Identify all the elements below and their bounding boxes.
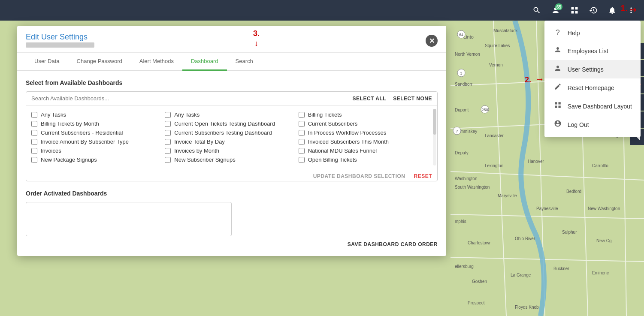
checkbox-invoices[interactable]: Invoices (31, 147, 165, 154)
update-dashboard-button[interactable]: UPDATE DASHBOARD SELECTION (313, 173, 405, 179)
more-nav-button[interactable] (623, 3, 639, 18)
svg-text:3: 3 (460, 71, 462, 75)
modal-body: Select from Available Dashboards SELECT … (17, 71, 446, 256)
svg-text:Buckner: Buckner (553, 266, 569, 271)
svg-text:Dupont: Dupont (455, 108, 469, 112)
svg-text:Eminenc: Eminenc (592, 271, 609, 275)
checkbox-current-open-tickets-input[interactable] (165, 121, 171, 127)
bell-nav-button[interactable] (605, 3, 620, 18)
dashboards-section-title: Select from Available Dashboards (26, 79, 438, 86)
dropdown-reset-homepage[interactable]: Reset Homepage (544, 78, 641, 97)
dropdown-logout[interactable]: Log Out (544, 115, 641, 134)
checkbox-invoices-by-month[interactable]: Invoices by Month (165, 147, 298, 154)
checkbox-national-mdu-input[interactable] (299, 148, 305, 154)
checkbox-new-package-signups[interactable]: New Package Signups (31, 156, 165, 163)
checkbox-current-subscribers-input[interactable] (299, 121, 305, 127)
checkbox-invoices-input[interactable] (31, 148, 37, 154)
checkbox-open-billing-tickets-input[interactable] (299, 157, 305, 163)
tab-change-password[interactable]: Change Password (68, 53, 131, 71)
checkbox-any-tasks-2-input[interactable] (165, 112, 171, 118)
checkbox-invoice-total-day[interactable]: Invoice Total By Day (165, 138, 298, 145)
svg-text:Bedford: Bedford (566, 189, 581, 194)
checkbox-billing-tickets[interactable]: Billing Tickets (299, 111, 432, 118)
tab-search[interactable]: Search (227, 53, 262, 71)
order-section: Order Activated Dashboards SAVE DASHBOAR… (26, 190, 438, 247)
logout-icon (553, 120, 562, 129)
modal-title: Edit User Settings (26, 33, 94, 42)
grid-nav-button[interactable] (567, 3, 582, 18)
checkbox-in-process-workflow-input[interactable] (299, 130, 305, 136)
dropdown-logout-label: Log Out (568, 121, 589, 128)
svg-text:Floyds Knob: Floyds Knob (515, 305, 539, 310)
svg-text:Squire Lakes: Squire Lakes (485, 43, 510, 48)
checkbox-current-open-tickets[interactable]: Current Open Tickets Testing Dashboard (165, 120, 298, 127)
checkbox-any-tasks-1-input[interactable] (31, 112, 37, 118)
checkbox-any-tasks-1[interactable]: Any Tasks (31, 111, 165, 118)
search-actions: SELECT ALL SELECT NONE (353, 96, 432, 102)
dashboard-search-input[interactable] (31, 95, 353, 102)
checkbox-current-subscribers-testing[interactable]: Current Subscribers Testing Dashboard (165, 129, 298, 136)
search-nav-button[interactable] (529, 3, 544, 18)
svg-text:New Washington: New Washington (588, 206, 620, 211)
list-scrollbar-thumb[interactable] (433, 109, 436, 135)
checkbox-new-package-signups-input[interactable] (31, 157, 37, 163)
order-box (26, 202, 232, 236)
select-all-button[interactable]: SELECT ALL (353, 96, 387, 102)
dropdown-save-dashboard[interactable]: Save Dashboard Layout (544, 97, 641, 115)
save-order-button[interactable]: SAVE DASHBOARD CARD ORDER (348, 241, 438, 247)
svg-text:South Washington: South Washington (455, 185, 490, 190)
list-scrollbar-track[interactable] (433, 109, 436, 166)
tab-user-data[interactable]: User Data (26, 53, 68, 71)
tab-alert-methods[interactable]: Alert Methods (131, 53, 182, 71)
checkbox-in-process-workflow[interactable]: In Process Workflow Processes (299, 129, 432, 136)
svg-text:Sandborr: Sandborr (455, 82, 473, 87)
checkbox-invoice-amount-subscriber-input[interactable] (31, 139, 37, 145)
svg-text:Hanover: Hanover (528, 159, 544, 164)
person-nav-button[interactable]: 65 (548, 3, 563, 18)
checkbox-invoiced-subscribers-month[interactable]: Invoiced Subscribers This Month (299, 138, 432, 145)
list-action-row: UPDATE DASHBOARD SELECTION RESET (26, 169, 437, 181)
checkbox-invoice-total-day-input[interactable] (165, 139, 171, 145)
svg-text:Ohio River: Ohio River (515, 236, 535, 241)
checkbox-billing-tickets-month-input[interactable] (31, 121, 37, 127)
svg-text:ellersburg: ellersburg (455, 264, 474, 269)
dropdown-help[interactable]: ? Help (544, 24, 641, 42)
checkbox-invoiced-subscribers-month-input[interactable] (299, 139, 305, 145)
dashboard-selector: SELECT ALL SELECT NONE Any Tasks (26, 91, 438, 181)
reset-button[interactable]: RESET (414, 173, 432, 179)
checkbox-current-subscribers-residential-input[interactable] (31, 130, 37, 136)
save-order-row: SAVE DASHBOARD CARD ORDER (26, 236, 438, 247)
svg-text:Charlestown: Charlestown (468, 241, 492, 245)
svg-text:New Cg: New Cg (596, 238, 612, 243)
username-placeholder (26, 42, 94, 48)
checkbox-current-subscribers[interactable]: Current Subscribers (299, 120, 432, 127)
checkbox-new-subscriber-signups[interactable]: New Subscriber Signups (165, 156, 298, 163)
checkbox-billing-tickets-month[interactable]: Billing Tickets by Month (31, 120, 165, 127)
checkbox-national-mdu[interactable]: National MDU Sales Funnel (299, 147, 432, 154)
checkbox-any-tasks-2[interactable]: Any Tasks (165, 111, 298, 118)
tab-dashboard[interactable]: Dashboard (182, 53, 227, 71)
select-none-button[interactable]: SELECT NONE (393, 96, 432, 102)
modal-close-button[interactable]: ✕ (426, 35, 438, 47)
notification-badge: 65 (555, 3, 562, 10)
save-dashboard-icon (553, 101, 562, 111)
dropdown-employees-list[interactable]: Employees List (544, 42, 641, 60)
dropdown-user-settings-label: User Settings (568, 66, 604, 73)
modal-subtitle (26, 42, 94, 49)
dropdown-user-settings[interactable]: User Settings (544, 60, 641, 78)
nav-icon-group: 65 (529, 3, 639, 18)
checkbox-new-subscriber-signups-input[interactable] (165, 157, 171, 163)
checkbox-invoice-amount-subscriber[interactable]: Invoice Amount By Subscriber Type (31, 138, 165, 145)
dashboard-list: Any Tasks Billing Tickets by Month Curre… (26, 105, 437, 169)
checkbox-open-billing-tickets[interactable]: Open Billing Tickets (299, 156, 432, 163)
svg-text:Washington: Washington (455, 176, 477, 181)
employees-icon (553, 46, 562, 56)
checkbox-current-subscribers-residential[interactable]: Current Subscribers - Residential (31, 129, 165, 136)
modal-tabs: User Data Change Password Alert Methods … (17, 53, 446, 71)
checkbox-invoices-by-month-input[interactable] (165, 148, 171, 154)
history-nav-button[interactable] (586, 3, 601, 18)
help-icon: ? (553, 28, 562, 37)
checkbox-billing-tickets-input[interactable] (299, 112, 305, 118)
user-settings-icon (553, 64, 562, 74)
checkbox-current-subscribers-testing-input[interactable] (165, 130, 171, 136)
